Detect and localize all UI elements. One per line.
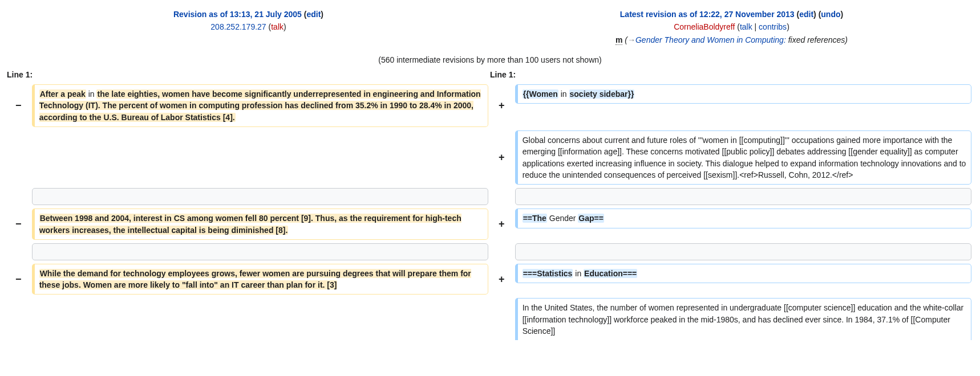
section-link[interactable]: Gender Theory and Women in Computing: <box>635 35 788 44</box>
context-line <box>515 243 971 260</box>
old-revision-header: Revision as of 13:13, 21 July 2005 (edit… <box>7 7 490 47</box>
diff-table: Revision as of 13:13, 21 July 2005 (edit… <box>7 7 973 340</box>
diff-container: Revision as of 13:13, 21 July 2005 (edit… <box>0 0 980 347</box>
new-revision-header: Latest revision as of 12:22, 27 November… <box>490 7 973 47</box>
added-marker: + <box>490 262 513 297</box>
deleted-marker: − <box>7 207 30 242</box>
new-user-link[interactable]: CorneliaBoldyreff <box>674 22 735 31</box>
new-edit-link[interactable]: edit <box>799 10 813 19</box>
old-talk-link[interactable]: talk <box>271 22 284 31</box>
deleted-marker: − <box>7 262 30 297</box>
new-contribs-link[interactable]: contribs <box>759 22 787 31</box>
context-line <box>32 243 488 260</box>
deleted-line: Between 1998 and 2004, interest in CS am… <box>32 209 488 240</box>
new-lineno: Line 1: <box>490 68 973 83</box>
context-line <box>32 188 488 205</box>
old-lineno: Line 1: <box>7 68 490 83</box>
edit-summary: (→Gender Theory and Women in Computing: … <box>625 35 848 44</box>
deleted-marker: − <box>7 83 30 129</box>
context-line <box>515 188 971 205</box>
old-revision-link[interactable]: Revision as of 13:13, 21 July 2005 <box>173 10 302 19</box>
new-undo-link[interactable]: undo <box>821 10 840 19</box>
new-revision-link[interactable]: Latest revision as of 12:22, 27 November… <box>620 10 795 19</box>
added-line: Global concerns about current and future… <box>515 130 971 185</box>
deleted-line: After a peak in the late eighties, women… <box>32 84 488 127</box>
added-marker: + <box>490 83 513 129</box>
added-line: ==The Gender Gap== <box>515 209 971 228</box>
new-talk-link[interactable]: talk <box>740 22 752 31</box>
added-line: {{Women in society sidebar}} <box>515 84 971 104</box>
old-edit-link[interactable]: edit <box>306 10 321 19</box>
intermediate-revisions-note: (560 intermediate revisions by more than… <box>7 47 973 68</box>
minor-edit-flag: m <box>615 35 622 45</box>
deleted-line: While the demand for technology employee… <box>32 264 488 295</box>
old-user-link[interactable]: 208.252.179.27 <box>210 22 266 31</box>
added-marker: + <box>490 129 513 186</box>
added-line: ===Statistics in Education=== <box>515 264 971 283</box>
added-line: In the United States, the number of wome… <box>515 298 971 340</box>
added-marker: + <box>490 207 513 242</box>
